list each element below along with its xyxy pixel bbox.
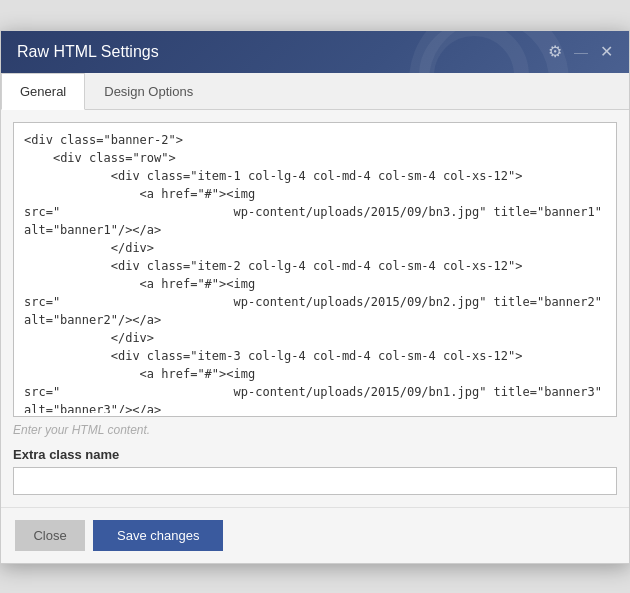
tab-general[interactable]: General [1,73,85,110]
modal-body: <div class="banner-2"> <div class="row">… [1,110,629,507]
close-button[interactable]: Close [15,520,85,551]
code-editor-wrapper: <div class="banner-2"> <div class="row">… [13,122,617,417]
hint-text: Enter your HTML content. [13,423,617,437]
modal-title: Raw HTML Settings [17,43,159,61]
close-icon[interactable]: ✕ [600,44,613,60]
raw-html-settings-modal: Raw HTML Settings ⚙ — ✕ General Design O… [0,30,630,564]
extra-class-label: Extra class name [13,447,617,462]
html-code-textarea[interactable]: <div class="banner-2"> <div class="row">… [14,123,616,413]
modal-header: Raw HTML Settings ⚙ — ✕ [1,31,629,73]
modal-footer: Close Save changes [1,507,629,563]
tabs-bar: General Design Options [1,73,629,110]
minimize-icon[interactable]: — [574,44,588,60]
save-changes-button[interactable]: Save changes [93,520,223,551]
tab-design-options[interactable]: Design Options [85,73,212,110]
settings-icon[interactable]: ⚙ [548,44,562,60]
extra-class-input[interactable] [13,467,617,495]
header-controls: ⚙ — ✕ [548,44,613,60]
